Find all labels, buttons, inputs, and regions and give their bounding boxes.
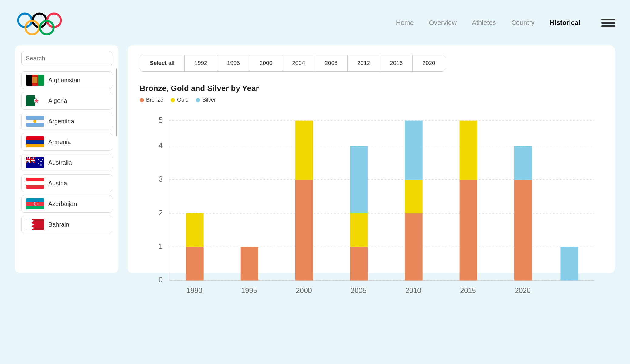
bar-2020-silver	[560, 247, 578, 281]
country-name-argentina: Argentina	[48, 118, 74, 125]
country-item-australia[interactable]: Australia	[21, 154, 112, 171]
svg-text:1: 1	[158, 242, 163, 251]
bar-chart-svg: 0 1 2 3 4 5 1990 1995 2000 2005 2010 201…	[140, 112, 603, 314]
search-box	[21, 52, 112, 65]
svg-text:3: 3	[158, 175, 163, 183]
page-wrapper: Home Overview Athletes Country Historica…	[0, 0, 630, 282]
svg-rect-20	[26, 123, 44, 127]
flag-bahrain	[26, 219, 44, 230]
country-item-austria[interactable]: Austria	[21, 174, 112, 192]
hamburger-line-1	[601, 19, 615, 20]
olympic-logo	[15, 9, 64, 36]
chart-legend: Bronze Gold Silver	[140, 97, 603, 103]
country-name-azerbaijan: Azerbaijan	[48, 201, 77, 207]
legend-bronze: Bronze	[140, 97, 163, 103]
svg-text:2000: 2000	[296, 287, 312, 295]
legend-silver-dot	[196, 98, 200, 102]
svg-rect-34	[26, 159, 35, 160]
year-button-2004[interactable]: 2004	[282, 55, 315, 71]
bar-2008-gold	[405, 180, 422, 213]
svg-rect-41	[26, 181, 44, 185]
country-name-austria: Austria	[48, 180, 67, 187]
country-item-bahrain[interactable]: Bahrain	[21, 216, 112, 233]
bar-2012-bronze	[460, 180, 477, 281]
svg-text:2010: 2010	[405, 287, 421, 295]
search-input[interactable]	[26, 55, 103, 62]
legend-bronze-label: Bronze	[146, 97, 163, 103]
legend-bronze-dot	[140, 98, 144, 102]
svg-point-35	[38, 159, 39, 160]
country-item-argentina[interactable]: Argentina	[21, 113, 112, 130]
nav-overview[interactable]: Overview	[429, 19, 457, 27]
flag-australia	[26, 157, 44, 168]
header: Home Overview Athletes Country Historica…	[15, 9, 615, 36]
svg-point-38	[40, 164, 42, 166]
chart-container: 0 1 2 3 4 5 1990 1995 2000 2005 2010 201…	[140, 112, 603, 264]
svg-point-36	[40, 161, 42, 162]
country-list: Afghanistan Algeria	[21, 71, 112, 233]
svg-text:1995: 1995	[241, 287, 257, 295]
bar-2004-bronze	[350, 247, 368, 281]
main-nav: Home Overview Athletes Country Historica…	[396, 19, 615, 27]
bar-2016-silver	[514, 146, 532, 180]
legend-gold: Gold	[171, 97, 189, 103]
sidebar: Afghanistan Algeria	[15, 46, 118, 273]
nav-country[interactable]: Country	[511, 19, 535, 27]
flag-afghanistan	[26, 75, 44, 86]
svg-text:1990: 1990	[186, 287, 202, 295]
bar-2008-silver	[405, 121, 422, 180]
year-button-2020[interactable]: 2020	[413, 55, 445, 71]
bar-2004-gold	[350, 213, 368, 247]
svg-rect-43	[26, 198, 44, 202]
legend-gold-label: Gold	[177, 97, 189, 103]
svg-rect-50	[26, 219, 31, 230]
search-icon	[105, 55, 105, 62]
svg-rect-40	[26, 178, 44, 181]
year-button-2008[interactable]: 2008	[315, 55, 348, 71]
year-button-1992[interactable]: 1992	[185, 55, 217, 71]
svg-rect-18	[26, 116, 44, 120]
flag-algeria	[26, 95, 44, 106]
svg-rect-23	[26, 140, 44, 144]
hamburger-line-2	[601, 22, 615, 24]
year-button-1996[interactable]: 1996	[217, 55, 250, 71]
chart-title: Bronze, Gold and Silver by Year	[140, 84, 603, 93]
country-name-bahrain: Bahrain	[48, 221, 69, 228]
year-button-2016[interactable]: 2016	[380, 55, 413, 71]
bar-1992-bronze	[186, 247, 204, 281]
sidebar-scrollbar[interactable]	[116, 68, 117, 136]
svg-point-39	[42, 159, 43, 160]
svg-text:4: 4	[158, 141, 163, 150]
svg-text:2020: 2020	[515, 287, 530, 295]
country-item-algeria[interactable]: Algeria	[21, 92, 112, 110]
hamburger-line-3	[601, 25, 615, 27]
svg-point-37	[38, 163, 39, 164]
select-all-button[interactable]: Select all	[140, 55, 185, 71]
svg-point-21	[33, 120, 36, 123]
country-item-afghanistan[interactable]: Afghanistan	[21, 71, 112, 89]
bar-2008-bronze	[405, 213, 422, 281]
bar-1992-gold	[186, 213, 204, 247]
country-item-armenia[interactable]: Armenia	[21, 133, 112, 151]
main-layout: Afghanistan Algeria	[15, 46, 615, 273]
year-button-2000[interactable]: 2000	[250, 55, 282, 71]
country-item-azerbaijan[interactable]: Azerbaijan	[21, 195, 112, 213]
svg-text:5: 5	[158, 116, 163, 124]
svg-text:2: 2	[158, 208, 163, 217]
flag-armenia	[26, 136, 44, 147]
flag-azerbaijan	[26, 198, 44, 209]
bar-2016-bronze	[514, 180, 532, 281]
year-buttons-group: Select all 1992 1996 2000 2004 2008 2012…	[140, 55, 445, 72]
flag-argentina	[26, 116, 44, 127]
nav-historical[interactable]: Historical	[550, 19, 580, 27]
nav-home[interactable]: Home	[396, 19, 414, 27]
nav-athletes[interactable]: Athletes	[472, 19, 496, 27]
close-icon[interactable]	[108, 55, 108, 62]
bar-2000-gold	[295, 121, 313, 180]
chart-panel: Select all 1992 1996 2000 2004 2008 2012…	[128, 46, 615, 273]
svg-rect-12	[32, 77, 37, 83]
svg-rect-42	[26, 185, 44, 189]
year-button-2012[interactable]: 2012	[348, 55, 380, 71]
svg-rect-11	[38, 75, 44, 86]
hamburger-menu[interactable]	[601, 19, 615, 27]
